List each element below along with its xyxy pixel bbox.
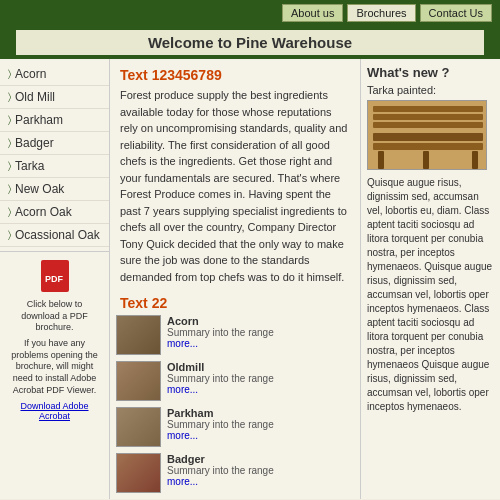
sidebar-item-acorn[interactable]: 〉 Acorn — [0, 63, 109, 86]
sidebar-item-badger[interactable]: 〉 Badger — [0, 132, 109, 155]
badger-thumbnail-image — [116, 453, 161, 493]
oldmill-info: Oldmill Summary into the range more... — [167, 361, 276, 395]
badger-more-link[interactable]: more... — [167, 476, 276, 487]
chevron-icon: 〉 — [8, 91, 11, 103]
download-adobe-link[interactable]: Download Adobe Acrobat — [8, 401, 101, 421]
sidebar-item-parkham[interactable]: 〉 Parkham — [0, 109, 109, 132]
svg-rect-8 — [378, 151, 384, 169]
acorn-summary: Summary into the range — [167, 327, 276, 338]
right-panel-description: Quisque augue risus, dignissim sed, accu… — [367, 176, 494, 414]
sidebar-item-label: Badger — [15, 136, 54, 150]
sidebar-item-label: Parkham — [15, 113, 63, 127]
sidebar: 〉 Acorn 〉 Old Mill 〉 Parkham 〉 Badger 〉 … — [0, 59, 110, 499]
about-us-button[interactable]: About us — [282, 4, 343, 22]
thumb-oldmill: Oldmill Summary into the range more... — [116, 361, 276, 401]
acorn-info: Acorn Summary into the range more... — [167, 315, 276, 349]
acorn-thumbnail-image — [116, 315, 161, 355]
sidebar-item-tarka[interactable]: 〉 Tarka — [0, 155, 109, 178]
top-navigation: About us Brochures Contact Us — [0, 0, 500, 26]
parkham-info: Parkham Summary into the range more... — [167, 407, 276, 441]
chevron-icon: 〉 — [8, 229, 11, 241]
sidebar-item-label: Old Mill — [15, 90, 55, 104]
acorn-title: Acorn — [167, 315, 276, 327]
chevron-icon: 〉 — [8, 114, 11, 126]
page-title: Welcome to Pine Warehouse — [16, 30, 484, 55]
svg-rect-6 — [373, 133, 483, 141]
thumb-parkham: Parkham Summary into the range more... — [116, 407, 276, 447]
svg-text:PDF: PDF — [45, 274, 64, 284]
svg-rect-10 — [423, 151, 429, 169]
sidebar-item-label: Acorn — [15, 67, 46, 81]
sidebar-item-newoak[interactable]: 〉 New Oak — [0, 178, 109, 201]
parkham-thumbnail-image — [116, 407, 161, 447]
article-2-title: Text 22 — [120, 295, 350, 309]
article-1: Text 123456789 Forest produce supply the… — [120, 67, 350, 285]
right-panel: What's new ? Tarka painted: Quisque augu… — [360, 59, 500, 499]
pdf-problems-text: If you have any problems opening the bro… — [8, 338, 101, 396]
svg-rect-9 — [472, 151, 478, 169]
parkham-title: Parkham — [167, 407, 276, 419]
chevron-icon: 〉 — [8, 68, 11, 80]
pdf-icon[interactable]: PDF — [8, 260, 101, 295]
oldmill-title: Oldmill — [167, 361, 276, 373]
thumb-acorn: Acorn Summary into the range more... — [116, 315, 276, 355]
svg-rect-5 — [373, 122, 483, 128]
sidebar-item-label: Tarka — [15, 159, 44, 173]
oldmill-more-link[interactable]: more... — [167, 384, 276, 395]
sidebar-item-label: Ocassional Oak — [15, 228, 100, 242]
contact-us-button[interactable]: Contact Us — [420, 4, 492, 22]
sidebar-item-label: Acorn Oak — [15, 205, 72, 219]
bench-image — [367, 100, 487, 170]
acorn-more-link[interactable]: more... — [167, 338, 276, 349]
sidebar-item-oldmill[interactable]: 〉 Old Mill — [0, 86, 109, 109]
oldmill-summary: Summary into the range — [167, 373, 276, 384]
tarka-painted-label: Tarka painted: — [367, 84, 494, 96]
oldmill-thumbnail-image — [116, 361, 161, 401]
chevron-icon: 〉 — [8, 160, 11, 172]
sidebar-item-label: New Oak — [15, 182, 64, 196]
sidebar-item-acornoak[interactable]: 〉 Acorn Oak — [0, 201, 109, 224]
pdf-section: PDF Click below to download a PDF brochu… — [0, 251, 109, 429]
chevron-icon: 〉 — [8, 137, 11, 149]
main-layout: 〉 Acorn 〉 Old Mill 〉 Parkham 〉 Badger 〉 … — [0, 59, 500, 499]
chevron-icon: 〉 — [8, 183, 11, 195]
whats-new-title: What's new ? — [367, 65, 494, 80]
sidebar-item-ocassionaloak[interactable]: 〉 Ocassional Oak — [0, 224, 109, 247]
article-1-body: Forest produce supply the best ingredien… — [120, 87, 350, 285]
svg-rect-3 — [373, 106, 483, 112]
badger-summary: Summary into the range — [167, 465, 276, 476]
article-2: Text 22 Forest produce supply the best i… — [120, 295, 350, 309]
pdf-description: Click below to download a PDF brochure. — [8, 299, 101, 334]
svg-rect-7 — [373, 143, 483, 150]
svg-rect-4 — [373, 114, 483, 120]
badger-info: Badger Summary into the range more... — [167, 453, 276, 487]
chevron-icon: 〉 — [8, 206, 11, 218]
parkham-more-link[interactable]: more... — [167, 430, 276, 441]
article-1-title: Text 123456789 — [120, 67, 350, 83]
brochures-button[interactable]: Brochures — [347, 4, 415, 22]
thumbnail-grid: Acorn Summary into the range more... Old… — [110, 309, 360, 499]
badger-title: Badger — [167, 453, 276, 465]
thumb-badger: Badger Summary into the range more... — [116, 453, 276, 493]
main-content: Text 123456789 Forest produce supply the… — [110, 59, 360, 309]
parkham-summary: Summary into the range — [167, 419, 276, 430]
